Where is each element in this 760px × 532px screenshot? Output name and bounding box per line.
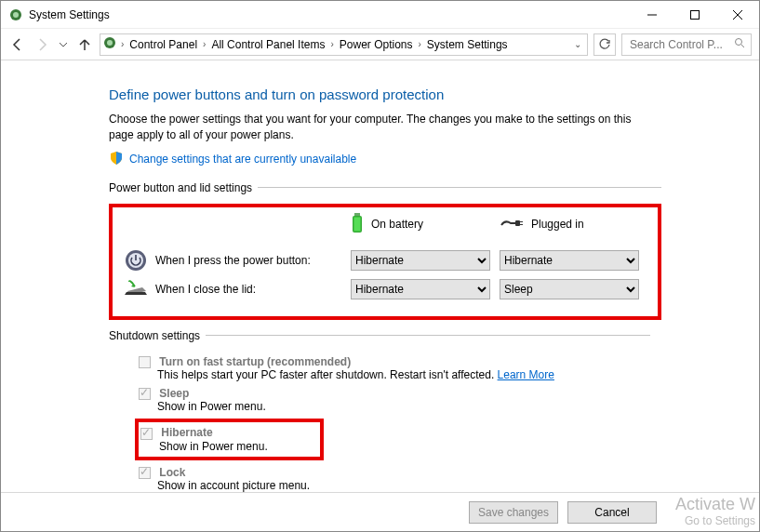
breadcrumb-item[interactable]: Power Options (338, 38, 415, 51)
svg-point-8 (736, 39, 742, 46)
column-label: Plugged in (531, 218, 584, 231)
checkbox-subtext: Show in Power menu. (157, 400, 650, 413)
search-input[interactable] (628, 37, 734, 52)
hibernate-checkbox[interactable] (140, 428, 153, 440)
lock-checkbox[interactable] (139, 467, 151, 479)
search-box[interactable] (621, 33, 752, 56)
section-legend: Shutdown settings (109, 329, 206, 342)
svg-line-9 (741, 45, 744, 47)
breadcrumb-item[interactable]: All Control Panel Items (209, 38, 327, 51)
highlight-box-power: On battery Plugged in When I press the p… (109, 204, 661, 320)
save-changes-button[interactable]: Save changes (469, 501, 558, 524)
checkbox-label: Turn on fast startup (recommended) (159, 355, 351, 368)
cancel-button[interactable]: Cancel (567, 501, 657, 524)
chevron-right-icon: › (419, 39, 421, 49)
up-button[interactable] (75, 35, 94, 54)
checkbox-label: Sleep (159, 387, 189, 400)
battery-icon (351, 213, 364, 236)
column-label: On battery (371, 218, 423, 231)
checkbox-subtext: Show in Power menu. (159, 440, 268, 453)
svg-rect-12 (354, 217, 361, 231)
title-bar: System Settings (1, 1, 759, 29)
address-dropdown[interactable]: ⌄ (570, 39, 585, 49)
shutdown-section: Shutdown settings Turn on fast startup (… (109, 329, 650, 492)
checkbox-label: Hibernate (161, 426, 212, 439)
learn-more-link[interactable]: Learn More (498, 368, 554, 381)
svg-rect-3 (691, 10, 700, 19)
row-label: When I press the power button: (150, 254, 351, 267)
breadcrumb-item[interactable]: Control Panel (127, 38, 199, 51)
power-button-battery-select[interactable]: Do nothingSleepHibernateShut down (351, 250, 490, 271)
checkbox-subtext: Show in account picture menu. (157, 479, 650, 492)
svg-rect-10 (354, 213, 360, 216)
forward-button[interactable] (33, 35, 51, 54)
close-button[interactable] (716, 1, 759, 29)
power-button-row: When I press the power button: Do nothin… (122, 249, 648, 272)
window-title: System Settings (29, 8, 110, 21)
power-button-icon (122, 249, 150, 272)
search-icon (734, 37, 745, 51)
plug-icon (500, 216, 524, 233)
chevron-right-icon: › (203, 39, 206, 49)
sleep-checkbox[interactable] (139, 388, 151, 400)
power-button-plugged-select[interactable]: Do nothingSleepHibernateShut down (500, 250, 639, 271)
chevron-right-icon: › (330, 39, 333, 49)
section-legend: Power button and lid settings (109, 181, 258, 194)
maximize-button[interactable] (673, 1, 716, 29)
svg-point-1 (13, 12, 19, 18)
back-button[interactable] (8, 35, 27, 54)
fast-startup-checkbox[interactable] (139, 356, 151, 368)
hibernate-option: Hibernate Show in Power menu. (140, 426, 268, 452)
change-settings-link[interactable]: Change settings that are currently unava… (129, 153, 356, 166)
chevron-right-icon: › (121, 39, 124, 49)
svg-rect-13 (515, 220, 520, 226)
highlight-box-hibernate: Hibernate Show in Power menu. (135, 419, 324, 459)
nav-bar: › Control Panel › All Control Panel Item… (1, 29, 759, 60)
close-lid-row: When I close the lid: Do nothingSleepHib… (122, 279, 648, 299)
address-bar[interactable]: › Control Panel › All Control Panel Item… (100, 33, 588, 56)
app-icon (8, 7, 23, 22)
lock-option: Lock Show in account picture menu. (139, 466, 650, 492)
checkbox-label: Lock (159, 466, 185, 479)
shield-icon (109, 151, 124, 168)
address-icon (102, 35, 117, 53)
breadcrumb-item[interactable]: System Settings (425, 38, 510, 51)
minimize-button[interactable] (631, 1, 673, 29)
refresh-button[interactable] (593, 33, 616, 56)
footer-bar: Save changes Cancel (1, 492, 759, 531)
column-header-plugged: Plugged in (500, 216, 648, 233)
content-area: Define power buttons and turn on passwor… (1, 60, 759, 492)
laptop-lid-icon (122, 280, 150, 299)
sleep-option: Sleep Show in Power menu. (139, 387, 650, 413)
close-lid-plugged-select[interactable]: Do nothingSleepHibernateShut down (500, 279, 639, 299)
close-lid-battery-select[interactable]: Do nothingSleepHibernateShut down (351, 279, 490, 299)
fast-startup-option: Turn on fast startup (recommended) This … (139, 355, 650, 381)
column-header-battery: On battery (351, 213, 500, 236)
checkbox-subtext: This helps start your PC faster after sh… (157, 368, 494, 381)
row-label: When I close the lid: (150, 283, 351, 296)
power-button-section: Power button and lid settings On battery… (109, 181, 661, 320)
page-heading: Define power buttons and turn on passwor… (109, 86, 737, 102)
recent-dropdown[interactable] (57, 35, 70, 54)
svg-point-7 (107, 40, 113, 46)
page-description: Choose the power settings that you want … (109, 112, 648, 143)
